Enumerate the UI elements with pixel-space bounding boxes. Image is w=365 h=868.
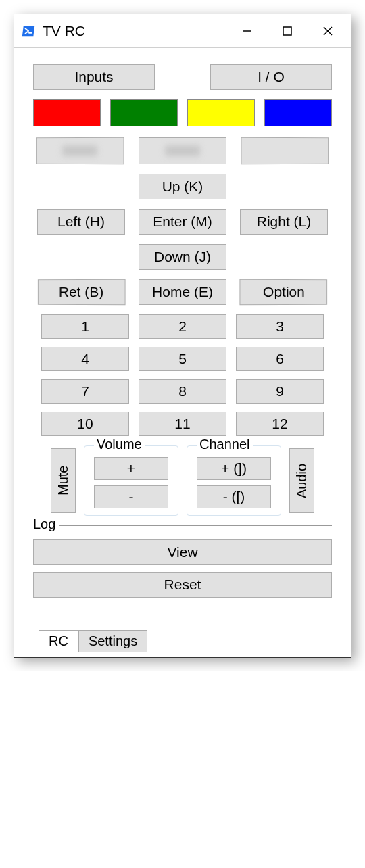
number-pad: 1 2 3 4 5 6 7 8 9 10 11 12	[33, 314, 332, 436]
tab-rc[interactable]: RC	[39, 630, 78, 652]
volume-down-button[interactable]: -	[94, 485, 168, 508]
io-button[interactable]: I / O	[210, 64, 332, 90]
blurred-button-3[interactable]	[241, 137, 328, 164]
channel-label: Channel	[197, 437, 253, 452]
tab-strip: RC Settings	[33, 625, 332, 652]
num-4[interactable]: 4	[41, 347, 129, 371]
audio-button[interactable]: Audio	[289, 448, 314, 513]
channel-down-button[interactable]: - ([)	[197, 485, 271, 508]
channel-group: Channel + (]) - ([)	[187, 445, 281, 516]
num-12[interactable]: 12	[236, 412, 324, 436]
yellow-button[interactable]	[187, 99, 255, 126]
down-button[interactable]: Down (J)	[139, 244, 226, 270]
minimize-icon	[241, 26, 252, 37]
maximize-icon	[282, 26, 293, 37]
mute-button[interactable]: Mute	[51, 448, 76, 513]
num-5[interactable]: 5	[139, 347, 226, 371]
volume-group: Volume + -	[84, 445, 178, 516]
maximize-button[interactable]	[267, 18, 308, 45]
tab-settings[interactable]: Settings	[78, 630, 147, 652]
blue-button[interactable]	[264, 99, 332, 126]
home-button[interactable]: Home (E)	[139, 279, 226, 305]
app-window: TV RC Inputs I / O Up (	[14, 14, 351, 658]
enter-button[interactable]: Enter (M)	[139, 209, 226, 235]
green-button[interactable]	[110, 99, 178, 126]
titlebar: TV RC	[14, 14, 351, 48]
volume-label: Volume	[94, 437, 145, 452]
red-button[interactable]	[33, 99, 101, 126]
volume-up-button[interactable]: +	[94, 457, 168, 480]
num-1[interactable]: 1	[41, 314, 129, 339]
minimize-button[interactable]	[226, 18, 267, 45]
svg-rect-1	[283, 27, 291, 35]
log-view-button[interactable]: View	[33, 539, 332, 565]
blurred-button-1[interactable]	[36, 137, 124, 164]
up-button[interactable]: Up (K)	[139, 174, 226, 199]
num-11[interactable]: 11	[139, 412, 226, 436]
num-9[interactable]: 9	[236, 379, 324, 404]
inputs-button[interactable]: Inputs	[33, 64, 155, 90]
log-group: Log View Reset	[33, 525, 332, 604]
close-button[interactable]	[308, 18, 348, 45]
log-label: Log	[33, 516, 59, 532]
num-8[interactable]: 8	[139, 379, 226, 404]
num-3[interactable]: 3	[236, 314, 324, 339]
return-button[interactable]: Ret (B)	[38, 279, 126, 305]
log-reset-button[interactable]: Reset	[33, 572, 332, 598]
content-area: Inputs I / O Up (K) Left (H) Enter (M) R…	[14, 48, 351, 657]
num-10[interactable]: 10	[41, 412, 129, 436]
left-button[interactable]: Left (H)	[37, 209, 125, 235]
num-2[interactable]: 2	[139, 314, 226, 339]
num-6[interactable]: 6	[236, 347, 324, 371]
close-icon	[322, 26, 333, 37]
option-button[interactable]: Option	[239, 279, 327, 305]
num-7[interactable]: 7	[41, 379, 129, 404]
window-title: TV RC	[43, 23, 226, 39]
channel-up-button[interactable]: + (])	[197, 457, 271, 480]
blurred-button-2[interactable]	[139, 137, 226, 164]
powershell-icon	[21, 23, 37, 39]
right-button[interactable]: Right (L)	[240, 209, 328, 235]
